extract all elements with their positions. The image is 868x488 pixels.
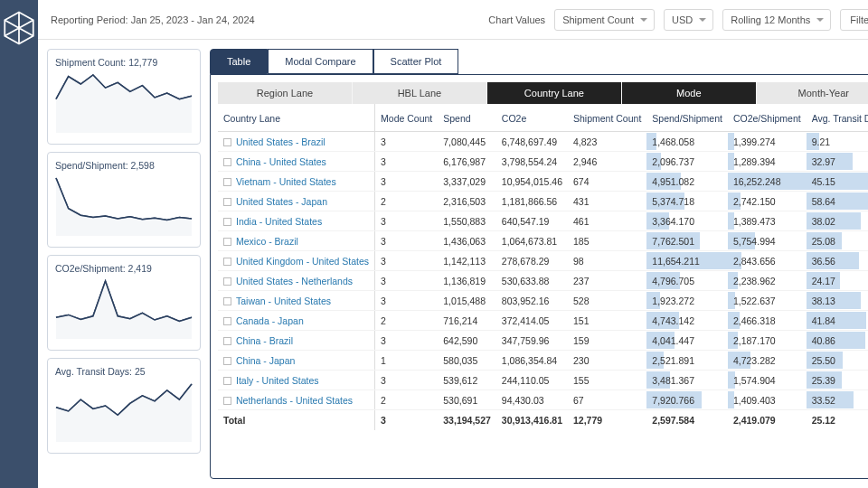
cell: 4,951.082: [646, 172, 728, 192]
cell: 640,547.19: [496, 211, 568, 231]
cell: 1,923.272: [646, 291, 728, 311]
range-select[interactable]: Rolling 12 Months: [722, 9, 831, 31]
cell: 642,590: [438, 331, 496, 351]
cell: 30,913,416.81: [496, 410, 568, 430]
expand-icon[interactable]: [223, 397, 231, 405]
table-row[interactable]: United Kingdom - United States 3 1,142,1…: [218, 251, 868, 271]
cell: 25.12: [807, 410, 868, 430]
cell: 45.15: [807, 172, 868, 192]
expand-icon[interactable]: [223, 258, 231, 266]
cell: 6,176,987: [438, 152, 496, 172]
dim-tab-region-lane[interactable]: Region Lane: [218, 82, 353, 104]
cell: 2,843.656: [728, 251, 807, 271]
cell: 278,678.29: [496, 251, 568, 271]
expand-icon[interactable]: [223, 198, 231, 206]
table-row[interactable]: United States - Netherlands 3 1,136,819 …: [218, 271, 868, 291]
col-header[interactable]: CO2e/Shipment: [728, 104, 807, 132]
cell: 1,181,866.56: [496, 192, 568, 211]
table-row[interactable]: China - Japan 1 580,035 1,086,354.84 230…: [218, 351, 868, 371]
kpi-card-3[interactable]: Avg. Transit Days: 25: [47, 358, 201, 454]
table-row[interactable]: India - United States 3 1,550,883 640,54…: [218, 211, 868, 231]
view-tab-modal-compare[interactable]: Modal Compare: [268, 49, 373, 74]
cell: 2,238.962: [728, 271, 807, 291]
table-row[interactable]: China - United States 3 6,176,987 3,798,…: [218, 152, 868, 172]
dim-tab-hbl-lane[interactable]: HBL Lane: [353, 82, 487, 104]
cell: 2,419.079: [728, 410, 807, 430]
col-header[interactable]: Spend: [438, 104, 496, 132]
cell: 372,414.05: [496, 311, 568, 331]
cell: 7,080,445: [438, 132, 496, 152]
expand-icon[interactable]: [223, 138, 231, 146]
col-header[interactable]: Shipment Count: [568, 104, 646, 132]
dim-tab-mode[interactable]: Mode: [622, 82, 757, 104]
cell: 1,574.904: [728, 371, 807, 390]
cell: 528: [568, 291, 646, 311]
cell: 1,136,819: [438, 271, 496, 291]
view-tab-scatter-plot[interactable]: Scatter Plot: [373, 49, 459, 74]
cell: 2,521.891: [646, 351, 728, 371]
expand-icon[interactable]: [223, 337, 231, 345]
col-header[interactable]: Country Lane: [218, 104, 375, 132]
kpi-card-1[interactable]: Spend/Shipment: 2,598: [47, 152, 201, 248]
cell: 230: [568, 351, 646, 371]
cell: 12,779: [568, 410, 646, 430]
kpi-card-2[interactable]: CO2e/Shipment: 2,419: [47, 255, 201, 351]
cell: 7,762.501: [646, 231, 728, 251]
table-row[interactable]: Netherlands - United States 2 530,691 94…: [218, 390, 868, 410]
expand-icon[interactable]: [223, 297, 231, 305]
table-row[interactable]: Vietnam - United States 3 3,337,029 10,9…: [218, 172, 868, 192]
cell: 24.17: [807, 271, 868, 291]
reporting-period-label: Reporting Period: Jan 25, 2023 - Jan 24,…: [51, 14, 479, 25]
left-rail: [0, 0, 38, 488]
lane-cell: United States - Brazil: [218, 132, 375, 152]
chart-values-select[interactable]: Shipment Count: [554, 9, 655, 31]
expand-icon[interactable]: [223, 158, 231, 166]
col-header[interactable]: Mode Count: [375, 104, 439, 132]
dim-tab-country-lane[interactable]: Country Lane: [487, 82, 622, 104]
table-row[interactable]: Taiwan - United States 3 1,015,488 803,9…: [218, 291, 868, 311]
col-header[interactable]: Avg. Transit Days: [807, 104, 868, 132]
data-grid[interactable]: Country LaneMode CountSpendCO2eShipment …: [211, 104, 868, 478]
kpi-title: Avg. Transit Days: 25: [55, 366, 193, 377]
table-row[interactable]: United States - Japan 2 2,316,503 1,181,…: [218, 192, 868, 211]
filters-button[interactable]: Filters +: [840, 9, 868, 31]
lane-cell: United States - Netherlands: [218, 271, 375, 291]
cell: 2,742.150: [728, 192, 807, 211]
lane-cell: Taiwan - United States: [218, 291, 375, 311]
lane-cell: Netherlands - United States: [218, 390, 375, 410]
cell: 155: [568, 371, 646, 390]
kpi-card-0[interactable]: Shipment Count: 12,779: [47, 49, 201, 145]
expand-icon[interactable]: [223, 238, 231, 246]
table-row[interactable]: Italy - United States 3 539,612 244,110.…: [218, 371, 868, 390]
expand-icon[interactable]: [223, 377, 231, 385]
table-panel: Region LaneHBL LaneCountry LaneModeMonth…: [210, 74, 868, 479]
table-row[interactable]: United States - Brazil 3 7,080,445 6,748…: [218, 132, 868, 152]
table-row[interactable]: China - Brazil 3 642,590 347,759.96 159 …: [218, 331, 868, 351]
expand-icon[interactable]: [223, 357, 231, 365]
table-row[interactable]: Mexico - Brazil 3 1,436,063 1,064,673.81…: [218, 231, 868, 251]
cell: 4,041.447: [646, 331, 728, 351]
cell: 580,035: [438, 351, 496, 371]
cell: 1,064,673.81: [496, 231, 568, 251]
view-tab-table[interactable]: Table: [210, 49, 268, 74]
expand-icon[interactable]: [223, 178, 231, 186]
table-row[interactable]: Canada - Japan 2 716,214 372,414.05 151 …: [218, 311, 868, 331]
cell: 3: [375, 410, 439, 430]
cell: 5,754.994: [728, 231, 807, 251]
kpi-title: Shipment Count: 12,779: [55, 57, 193, 68]
expand-icon[interactable]: [223, 277, 231, 286]
cell: 1,399.274: [728, 132, 807, 152]
expand-icon[interactable]: [223, 218, 231, 226]
cell: 33.52: [807, 390, 868, 410]
app-logo-icon: [0, 9, 38, 47]
cell: 237: [568, 271, 646, 291]
kpi-title: Spend/Shipment: 2,598: [55, 160, 193, 171]
col-header[interactable]: Spend/Shipment: [646, 104, 728, 132]
currency-select[interactable]: USD: [664, 9, 713, 31]
lane-table: Country LaneMode CountSpendCO2eShipment …: [218, 104, 868, 430]
col-header[interactable]: CO2e: [496, 104, 568, 132]
expand-icon[interactable]: [223, 317, 231, 325]
kpi-title: CO2e/Shipment: 2,419: [55, 263, 193, 274]
cell: 9.21: [807, 132, 868, 152]
dim-tab-month-year[interactable]: Month-Year: [757, 82, 868, 104]
